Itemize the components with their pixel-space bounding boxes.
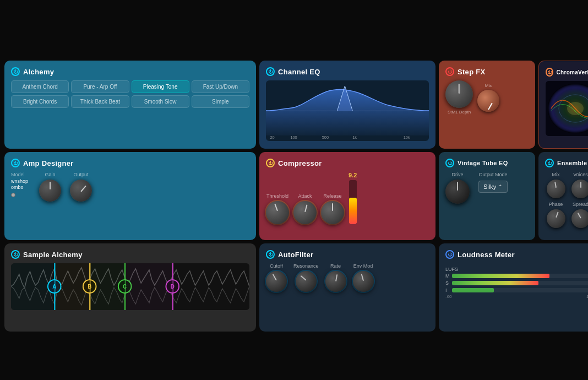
comp-meter-fill xyxy=(349,198,357,224)
chromaverb-display xyxy=(546,81,588,136)
loudness-meter-title: Loudness Meter xyxy=(458,251,515,259)
amp-designer-power-btn[interactable]: ⏻ xyxy=(11,159,20,167)
preset-smooth-slow[interactable]: Smooth Slow xyxy=(132,95,189,108)
preset-pure-arp[interactable]: Pure - Arp Off xyxy=(71,80,129,93)
ensemble-power-btn[interactable]: ⏻ xyxy=(545,159,554,167)
compressor-header: ⏻ Compressor xyxy=(266,159,429,167)
svg-rect-23 xyxy=(11,263,55,310)
step-fx-card: ⏻ Step FX StM1 Depth Mix xyxy=(439,61,535,149)
svg-text:100: 100 xyxy=(290,135,297,140)
autofilter-power-btn[interactable]: ⏻ xyxy=(266,250,275,259)
meter-bar-m-fill xyxy=(452,274,549,278)
alchemy-power-btn[interactable]: ⏻ xyxy=(11,67,20,76)
preset-fast-updown[interactable]: Fast Up/Down xyxy=(192,80,249,93)
step-fx-mix-knob[interactable]: Mix xyxy=(477,83,499,112)
alchemy-title: Alchemy xyxy=(23,68,54,76)
chromaverb-card: ⏻ ChromaVerb xyxy=(538,61,588,149)
channel-eq-power-btn[interactable]: ⏻ xyxy=(266,67,275,76)
loudness-meter-display: LUFS M S I xyxy=(445,263,588,299)
svg-rect-24 xyxy=(55,263,90,310)
vteq-drive-knob[interactable]: Drive xyxy=(445,172,470,204)
alchemy-presets: Anthem Chord Pure - Arp Off Pleasing Ton… xyxy=(11,80,249,108)
vintage-tube-eq-card: ⏻ Vintage Tube EQ Drive Output Mode Silk… xyxy=(439,152,535,240)
vintage-tube-eq-header: ⏻ Vintage Tube EQ xyxy=(445,159,529,167)
channel-eq-card: ⏻ Channel EQ 20 100 500 1k 10k xyxy=(259,61,435,149)
vintage-tube-eq-title: Vintage Tube EQ xyxy=(458,160,508,166)
compressor-power-btn[interactable]: ⏻ xyxy=(266,159,275,167)
meter-bar-i-fill xyxy=(452,288,494,292)
preset-pleasing-tone[interactable]: Pleasing Tone xyxy=(132,80,189,93)
sample-alchemy-waveform: // Generate waveform-like bars — done in… xyxy=(11,263,249,310)
compressor-card: ⏻ Compressor Threshold Attack Rel xyxy=(259,152,435,240)
alchemy-header: ⏻ Alchemy xyxy=(11,67,249,76)
amp-gain-knob[interactable]: Gain xyxy=(39,172,61,202)
alchemy-card: ⏻ Alchemy Anthem Chord Pure - Arp Off Pl… xyxy=(4,61,256,149)
loudness-meter-power-btn[interactable]: ⏻ xyxy=(445,250,454,259)
meter-bar-s-fill xyxy=(452,281,538,285)
comp-threshold-knob[interactable]: Threshold xyxy=(266,193,289,224)
svg-point-9 xyxy=(567,102,584,115)
autofilter-card: ⏻ AutoFilter Cutoff Resonance Rat xyxy=(259,243,435,332)
ensemble-voices-knob[interactable]: Voices xyxy=(570,172,588,198)
autofilter-cutoff-knob[interactable]: Cutoff xyxy=(266,263,287,292)
amp-model-section: Model wnshopombo xyxy=(11,172,28,197)
autofilter-title: AutoFilter xyxy=(278,251,313,259)
ensemble-spread-knob[interactable]: Spread xyxy=(570,202,588,228)
preset-bright-chords[interactable]: Bright Chords xyxy=(11,95,69,108)
step-fx-depth-knob[interactable]: StM1 Depth xyxy=(445,80,473,115)
svg-text:500: 500 xyxy=(322,135,329,140)
step-fx-header: ⏻ Step FX xyxy=(445,67,529,76)
ensemble-phase-knob[interactable]: Phase xyxy=(545,202,567,228)
autofilter-knobs: Cutoff Resonance Rate xyxy=(266,263,429,292)
svg-text:20: 20 xyxy=(270,135,274,140)
channel-eq-header: ⏻ Channel EQ xyxy=(266,67,429,76)
meter-scale: -60 12 xyxy=(445,294,588,299)
svg-text:1k: 1k xyxy=(352,135,357,140)
svg-rect-30 xyxy=(172,263,173,310)
preset-simple[interactable]: Simple xyxy=(192,95,249,108)
vteq-mode-selector[interactable]: Silky ⌃ xyxy=(478,181,508,193)
chromaverb-power-btn[interactable]: ⏻ xyxy=(546,68,553,77)
ensemble-header: ⏻ Ensemble xyxy=(545,159,588,167)
amp-toggle[interactable] xyxy=(11,193,15,197)
meter-bar-m-bg xyxy=(452,274,588,278)
svg-text:10k: 10k xyxy=(404,135,410,140)
vteq-output-mode: Output Mode Silky ⌃ xyxy=(478,172,508,193)
comp-level-meter xyxy=(349,180,357,224)
workspace: ⏻ Alchemy Anthem Chord Pure - Arp Off Pl… xyxy=(0,0,588,380)
vintage-tube-eq-power-btn[interactable]: ⏻ xyxy=(445,159,454,167)
step-fx-power-btn[interactable]: ⏻ xyxy=(445,67,454,76)
meter-bars: M S I xyxy=(445,273,588,293)
meter-row-i: I xyxy=(445,287,588,293)
svg-rect-27 xyxy=(55,263,56,310)
eq-display: 20 100 500 1k 10k xyxy=(266,80,429,141)
amp-designer-title: Amp Designer xyxy=(23,159,74,167)
chromaverb-header: ⏻ ChromaVerb xyxy=(546,68,588,77)
plugins-area: ⏻ Alchemy Anthem Chord Pure - Arp Off Pl… xyxy=(4,61,584,336)
amp-output-knob[interactable]: Output xyxy=(70,172,92,202)
amp-designer-header: ⏻ Amp Designer xyxy=(11,159,249,167)
amp-designer-card: ⏻ Amp Designer Model wnshopombo Gain xyxy=(4,152,256,240)
sample-alchemy-power-btn[interactable]: ⏻ xyxy=(11,250,20,259)
comp-release-knob[interactable]: Release xyxy=(321,193,344,224)
svg-rect-25 xyxy=(90,263,125,310)
preset-anthem-chord[interactable]: Anthem Chord xyxy=(11,80,69,93)
meter-row-m: M xyxy=(445,273,588,279)
comp-attack-knob[interactable]: Attack xyxy=(293,193,317,224)
sample-alchemy-title: Sample Alchemy xyxy=(23,251,83,259)
sample-alchemy-card: ⏻ Sample Alchemy // Generate waveform-li… xyxy=(4,243,256,332)
autofilter-header: ⏻ AutoFilter xyxy=(266,250,429,259)
chromaverb-title: ChromaVerb xyxy=(557,69,588,75)
meter-bar-i-bg xyxy=(452,288,588,292)
meter-bar-s-bg xyxy=(452,281,588,285)
preset-thick-back-beat[interactable]: Thick Back Beat xyxy=(71,95,129,108)
meter-row-s: S xyxy=(445,280,588,286)
loudness-meter-card: ⏻ Loudness Meter LUFS M S xyxy=(439,243,588,332)
autofilter-resonance-knob[interactable]: Resonance xyxy=(293,263,319,292)
autofilter-envmod-knob[interactable]: Env Mod xyxy=(353,263,374,292)
sample-alchemy-header: ⏻ Sample Alchemy xyxy=(11,250,249,259)
ensemble-mix-knob[interactable]: Mix xyxy=(545,172,567,198)
autofilter-rate-knob[interactable]: Rate xyxy=(325,263,346,292)
ensemble-card: ⏻ Ensemble Mix Voices Phase xyxy=(538,152,588,240)
amp-knobs: Gain Output xyxy=(39,172,92,202)
